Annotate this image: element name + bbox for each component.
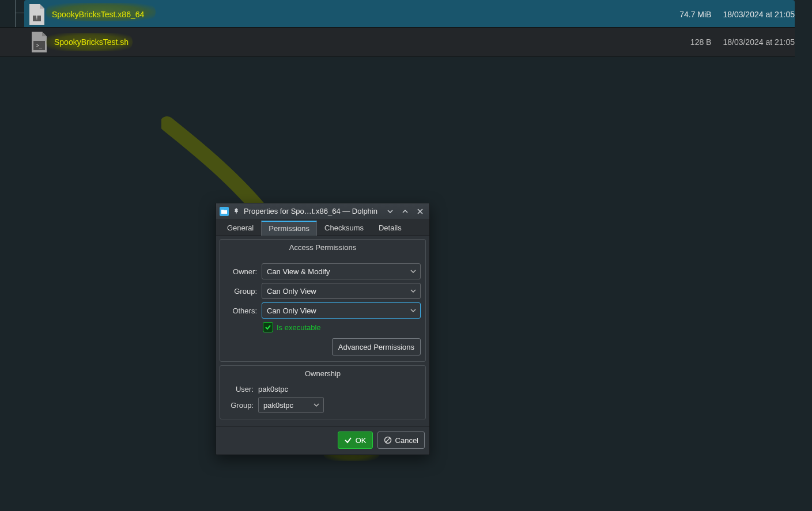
executable-label: Is executable — [277, 323, 321, 332]
file-name: SpookyBricksTest.sh — [54, 37, 129, 47]
svg-text:>_: >_ — [36, 43, 43, 48]
file-size: 128 B — [690, 37, 712, 47]
pin-icon[interactable] — [232, 207, 240, 215]
file-size: 74.7 MiB — [679, 10, 711, 19]
cancel-icon — [384, 436, 392, 444]
close-button[interactable] — [414, 206, 426, 217]
ownership-group-label: Group: — [225, 401, 254, 410]
chevron-down-icon — [410, 307, 417, 314]
dialog-title: Properties for Spo…t.x86_64 — Dolphin — [244, 207, 381, 215]
tab-checksums[interactable]: Checksums — [317, 221, 371, 235]
executable-file-icon: ! — [27, 2, 47, 27]
file-name: SpookyBricksTest.x86_64 — [52, 10, 144, 19]
owner-label: Owner: — [225, 267, 257, 276]
user-value: pak0stpc — [258, 385, 288, 393]
shell-script-icon: >_ — [29, 30, 50, 54]
ok-button[interactable]: OK — [338, 431, 373, 449]
file-row[interactable]: >_ SpookyBricksTest.sh 128 B 18/03/2024 … — [0, 27, 795, 57]
tab-permissions[interactable]: Permissions — [261, 221, 317, 236]
tab-general[interactable]: General — [220, 221, 261, 235]
chevron-down-icon — [410, 287, 417, 294]
others-label: Others: — [225, 306, 257, 315]
others-permissions-combo[interactable]: Can Only View — [262, 302, 421, 319]
maximize-button[interactable] — [399, 206, 411, 217]
advanced-permissions-button[interactable]: Advanced Permissions — [332, 338, 421, 355]
svg-text:!: ! — [36, 15, 38, 21]
ownership-header: Ownership — [225, 369, 421, 378]
properties-dialog: Properties for Spo…t.x86_64 — Dolphin Ge… — [216, 203, 430, 455]
group-label: Group: — [225, 287, 257, 296]
tab-details[interactable]: Details — [371, 221, 409, 235]
file-modified: 18/03/2024 at 21:05 — [723, 37, 795, 47]
ownership-group-combo[interactable]: pak0stpc — [258, 397, 324, 413]
user-label: User: — [225, 385, 254, 393]
chevron-down-icon — [410, 268, 417, 275]
owner-permissions-combo[interactable]: Can View & Modify — [262, 263, 421, 279]
check-icon — [344, 436, 352, 444]
ownership-group: Ownership User: pak0stpc Group: pak0stpc — [220, 365, 426, 419]
dolphin-icon — [220, 207, 229, 216]
dialog-titlebar[interactable]: Properties for Spo…t.x86_64 — Dolphin — [216, 203, 429, 219]
file-modified: 18/03/2024 at 21:05 — [723, 10, 795, 19]
access-permissions-group: Access Permissions Owner: Can View & Mod… — [220, 239, 426, 362]
chevron-down-icon — [313, 402, 320, 408]
executable-checkbox[interactable] — [263, 322, 273, 332]
minimize-button[interactable] — [384, 206, 396, 217]
access-header: Access Permissions — [225, 243, 421, 252]
group-permissions-combo[interactable]: Can Only View — [262, 283, 421, 299]
cancel-button[interactable]: Cancel — [377, 431, 425, 449]
file-row[interactable]: ! SpookyBricksTest.x86_64 74.7 MiB 18/03… — [24, 0, 795, 29]
dialog-tabs: General Permissions Checksums Details — [216, 219, 429, 236]
